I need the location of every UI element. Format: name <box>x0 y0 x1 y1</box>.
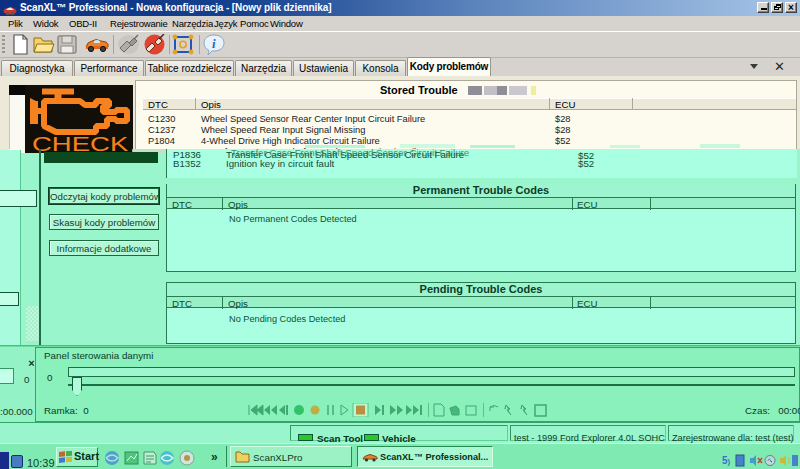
svg-text:5): 5) <box>722 455 731 466</box>
svg-text:i: i <box>212 36 216 51</box>
